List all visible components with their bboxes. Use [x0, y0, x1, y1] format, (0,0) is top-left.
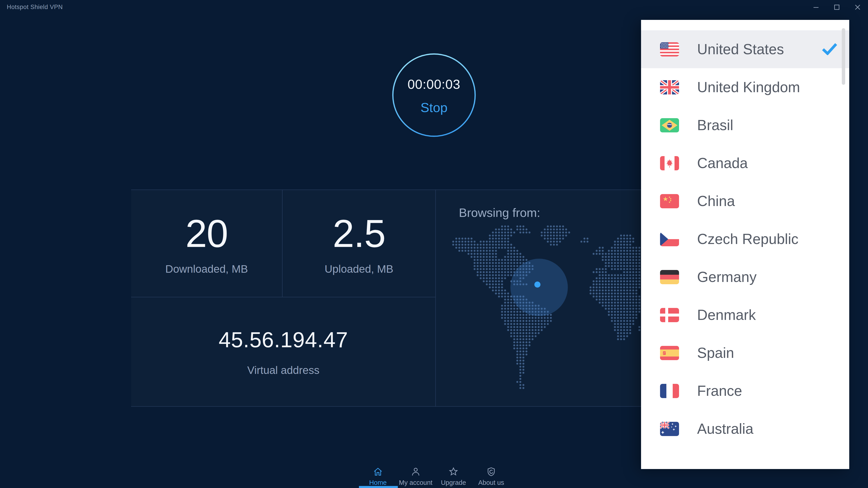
nav-item-home[interactable]: Home: [359, 466, 397, 486]
checkmark-icon: [822, 42, 837, 56]
virtual-address-label: Virtual address: [247, 364, 319, 377]
downloaded-label: Downloaded, MB: [165, 263, 248, 275]
country-row-denmark[interactable]: Denmark: [641, 296, 849, 334]
home-icon: [372, 466, 383, 477]
country-row-spain[interactable]: Spain: [641, 334, 849, 372]
location-highlight-circle: [510, 259, 568, 316]
country-name: China: [697, 193, 735, 209]
country-row-brasil[interactable]: Brasil: [641, 106, 849, 144]
country-name: Australia: [697, 420, 753, 437]
nav-label: My account: [399, 479, 432, 486]
location-marker-dot: [534, 282, 540, 288]
country-name: France: [697, 383, 742, 399]
panel-scrollbar[interactable]: [842, 28, 845, 85]
uploaded-label: Uploaded, MB: [324, 263, 393, 275]
country-list: United States United Kingdom Brasil Cana…: [641, 30, 849, 448]
shield-icon: [486, 466, 497, 477]
downloaded-value: 20: [185, 214, 228, 253]
nav-item-upgrade[interactable]: Upgrade: [434, 466, 473, 486]
close-button[interactable]: [847, 0, 868, 14]
user-icon: [410, 466, 421, 477]
country-name: Canada: [697, 155, 748, 171]
country-name: Germany: [697, 269, 756, 285]
country-row-china[interactable]: China: [641, 182, 849, 220]
elapsed-time: 00:00:03: [408, 76, 460, 92]
country-row-australia[interactable]: Australia: [641, 410, 849, 448]
close-icon: [854, 3, 862, 11]
ca-flag-icon: [660, 156, 679, 170]
nav-item-about-us[interactable]: About us: [472, 466, 510, 486]
fr-flag-icon: [660, 384, 679, 398]
minimize-button[interactable]: [806, 0, 827, 14]
country-name: Denmark: [697, 306, 756, 323]
country-row-united-states[interactable]: United States: [641, 30, 849, 68]
minimize-icon: [812, 3, 820, 11]
active-tab-underline: [359, 486, 398, 488]
es-flag-icon: [660, 346, 679, 360]
country-name: United States: [697, 41, 784, 58]
downloaded-stat: 20 Downloaded, MB: [131, 190, 282, 297]
country-row-canada[interactable]: Canada: [641, 144, 849, 182]
country-name: United Kingdom: [697, 79, 800, 96]
app-window: Hotspot Shield VPN 00:00:03 Stop: [0, 0, 868, 488]
stop-button[interactable]: Stop: [421, 100, 447, 115]
country-row-united-kingdom[interactable]: United Kingdom: [641, 68, 849, 106]
country-row-germany[interactable]: Germany: [641, 258, 849, 296]
maximize-icon: [833, 3, 841, 11]
browsing-from-title: Browsing from:: [459, 205, 540, 220]
connection-timer-circle[interactable]: 00:00:03 Stop: [392, 53, 476, 138]
dk-flag-icon: [660, 308, 679, 322]
country-row-czech-republic[interactable]: Czech Republic: [641, 220, 849, 258]
gb-flag-icon: [660, 80, 679, 94]
maximize-button[interactable]: [827, 0, 847, 14]
br-flag-icon: [660, 118, 679, 132]
nav-label: About us: [478, 479, 504, 486]
country-name: Czech Republic: [697, 231, 798, 248]
uploaded-stat: 2.5 Uploaded, MB: [283, 190, 435, 297]
window-controls: [806, 0, 868, 14]
virtual-address-stat: 45.56.194.47 Virtual address: [131, 297, 436, 406]
window-title: Hotspot Shield VPN: [7, 4, 63, 11]
country-row-france[interactable]: France: [641, 372, 849, 410]
cn-flag-icon: [660, 194, 679, 208]
star-icon: [448, 466, 459, 477]
divider-bottom: [131, 406, 641, 407]
cz-flag-icon: [660, 232, 679, 246]
nav-label: Upgrade: [441, 479, 466, 486]
nav-label: Home: [369, 479, 386, 486]
de-flag-icon: [660, 270, 679, 284]
us-flag-icon: [660, 42, 679, 57]
country-name: Spain: [697, 345, 734, 361]
virtual-address-value: 45.56.194.47: [219, 327, 348, 352]
country-name: Brasil: [697, 117, 733, 133]
au-flag-icon: [660, 422, 679, 436]
server-location-panel: United States United Kingdom Brasil Cana…: [641, 20, 849, 469]
uploaded-value: 2.5: [333, 214, 385, 253]
nav-item-my-account[interactable]: My account: [397, 466, 435, 486]
